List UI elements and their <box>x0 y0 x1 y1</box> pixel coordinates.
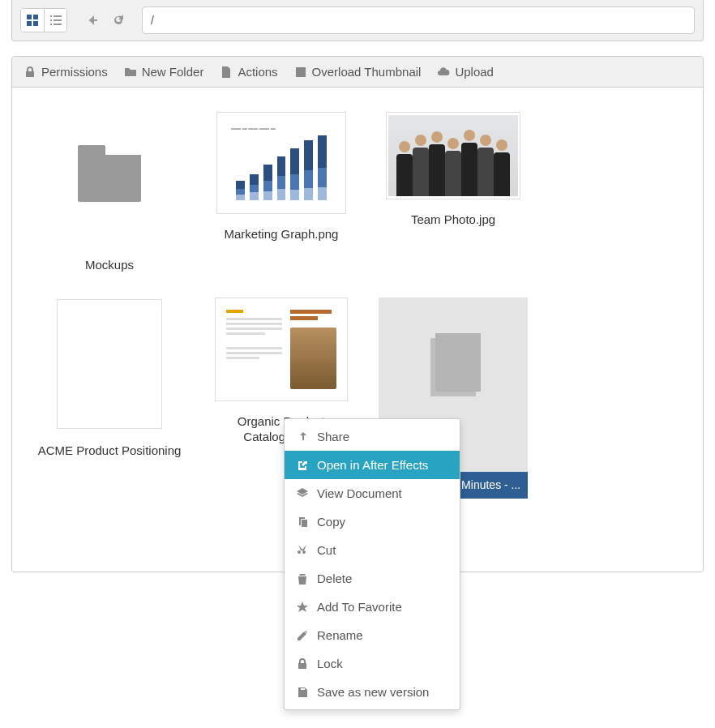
view-toggle <box>20 8 67 32</box>
ctx-save-version-label: Save as new version <box>317 685 429 699</box>
permissions-label: Permissions <box>41 65 108 79</box>
grid-view-button[interactable] <box>21 9 44 32</box>
file-label: Team Photo.jpg <box>411 212 495 228</box>
back-button[interactable] <box>82 10 103 31</box>
context-menu: Share Open in After Effects View Documen… <box>284 418 460 710</box>
folder-icon <box>78 155 141 202</box>
refresh-button[interactable] <box>108 10 129 31</box>
actions-label: Actions <box>238 65 277 79</box>
svg-rect-7 <box>54 19 62 21</box>
address-toolbar <box>11 0 704 41</box>
file-item-folder[interactable]: Mockups <box>24 112 195 273</box>
file-item-image[interactable]: Team Photo.jpg <box>367 112 539 273</box>
svg-rect-5 <box>54 15 62 17</box>
lock-icon <box>24 66 36 79</box>
svg-rect-10 <box>89 19 97 21</box>
file-label: ACME Product Positioning <box>38 443 182 459</box>
ctx-lock-label: Lock <box>317 657 343 670</box>
folder-plus-icon <box>124 66 137 79</box>
copy-icon <box>296 516 309 529</box>
open-external-icon <box>296 459 309 472</box>
layers-icon <box>296 487 309 500</box>
file-item-document[interactable]: ACME Product Positioning <box>24 298 195 499</box>
ctx-delete-label: Delete <box>317 572 352 585</box>
document-gear-icon <box>220 66 233 79</box>
path-input[interactable] <box>142 6 695 34</box>
photo-preview <box>388 115 518 196</box>
image-thumbnail: ▬▬ ▬ ▬▬ ▬▬ ▬ <box>216 112 346 214</box>
ctx-share[interactable]: Share <box>285 422 460 451</box>
document-stack-icon <box>430 338 476 396</box>
ctx-open-after-effects[interactable]: Open in After Effects <box>285 451 460 479</box>
ctx-cut-label: Cut <box>317 543 336 557</box>
svg-rect-9 <box>54 24 62 25</box>
ctx-rename-label: Rename <box>317 628 363 642</box>
svg-rect-6 <box>50 19 52 21</box>
refresh-icon <box>112 14 125 27</box>
share-icon <box>296 430 309 443</box>
file-item-image[interactable]: ▬▬ ▬ ▬▬ ▬▬ ▬ Marketing Graph.png <box>195 112 367 273</box>
document-thumbnail <box>43 298 176 430</box>
svg-rect-2 <box>27 21 32 26</box>
overload-thumbnail-action[interactable]: Overload Thumbnail <box>294 65 422 79</box>
ctx-cut[interactable]: Cut <box>285 536 460 564</box>
ctx-delete[interactable]: Delete <box>285 564 460 593</box>
ctx-view-document[interactable]: View Document <box>285 479 460 507</box>
svg-rect-4 <box>50 15 52 17</box>
scissors-icon <box>296 544 309 557</box>
ctx-rename[interactable]: Rename <box>285 621 460 649</box>
ctx-add-favorite[interactable]: Add To Favorite <box>285 593 460 621</box>
ctx-copy[interactable]: Copy <box>285 507 460 536</box>
ctx-favorite-label: Add To Favorite <box>317 600 402 614</box>
ctx-open-ae-label: Open in After Effects <box>317 458 428 472</box>
ctx-lock[interactable]: Lock <box>285 649 460 678</box>
ctx-copy-label: Copy <box>317 515 345 529</box>
svg-rect-1 <box>33 15 38 19</box>
svg-rect-3 <box>33 21 38 26</box>
arrow-left-icon <box>86 14 99 27</box>
pencil-icon <box>296 629 309 642</box>
upload-label: Upload <box>455 65 494 79</box>
new-folder-action[interactable]: New Folder <box>124 65 204 79</box>
lock-icon <box>296 657 309 670</box>
folder-thumbnail <box>43 112 176 245</box>
grid-icon <box>26 14 39 27</box>
overload-thumbnail-label: Overload Thumbnail <box>312 65 422 79</box>
file-label: Marketing Graph.png <box>225 227 339 242</box>
image-arrow-icon <box>294 66 307 79</box>
actions-action[interactable]: Actions <box>220 65 277 79</box>
ctx-view-label: View Document <box>317 486 402 500</box>
star-icon <box>296 601 309 614</box>
svg-rect-0 <box>27 15 32 19</box>
catalogue-preview <box>218 302 345 397</box>
blank-document-icon <box>57 299 162 429</box>
new-folder-label: New Folder <box>142 65 204 79</box>
cloud-upload-icon <box>437 66 450 79</box>
trash-icon <box>296 572 309 585</box>
chart-preview: ▬▬ ▬ ▬▬ ▬▬ ▬ <box>225 119 338 207</box>
ctx-share-label: Share <box>317 430 349 443</box>
pdf-thumbnail <box>215 298 348 401</box>
upload-action[interactable]: Upload <box>437 65 494 79</box>
list-icon <box>49 14 62 27</box>
svg-rect-8 <box>50 24 52 25</box>
save-version-icon <box>296 686 309 699</box>
file-label: Mockups <box>85 258 134 273</box>
ctx-save-version[interactable]: Save as new version <box>285 678 460 706</box>
list-view-button[interactable] <box>44 9 66 32</box>
action-bar: Permissions New Folder Actions Overload … <box>12 57 703 88</box>
image-thumbnail <box>386 112 520 199</box>
permissions-action[interactable]: Permissions <box>24 65 108 79</box>
